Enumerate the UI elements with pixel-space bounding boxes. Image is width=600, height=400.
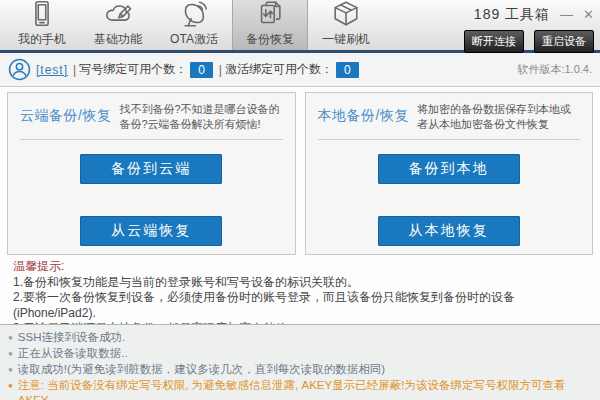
- local-panel-title: 本地备份/恢复: [318, 102, 409, 125]
- backup-to-cloud-button[interactable]: 备份到云端: [80, 154, 222, 184]
- log-entry-info: ●正在从设备读取数据..: [8, 346, 592, 362]
- status-log: ●SSH连接到设备成功.●正在从设备读取数据..●读取成功!(为避免读到脏数据，…: [0, 324, 600, 400]
- divider: [318, 139, 581, 140]
- tip-item: 1.备份和恢复功能是与当前的登录账号和写号设备的标识关联的。: [13, 275, 591, 291]
- tab-my-phone[interactable]: 我的手机: [4, 0, 80, 50]
- log-text: SSH连接到设备成功.: [18, 330, 125, 345]
- titlebar-area: 189 工具箱 — ✕ 断开连接 重启设备: [464, 0, 600, 53]
- bullet-icon: ●: [8, 330, 13, 345]
- user-icon: [8, 58, 31, 81]
- backup-to-local-button[interactable]: 备份到本地: [378, 154, 520, 184]
- flash-cube-icon: [331, 0, 361, 29]
- log-entry-info: ●读取成功!(为避免读到脏数据，建议多读几次，直到每次读取的数据相同): [8, 362, 592, 378]
- tab-backup-restore[interactable]: 备份恢复: [232, 0, 308, 50]
- divider: [20, 139, 283, 140]
- separator: |: [219, 63, 222, 77]
- tab-label: OTA激活: [170, 31, 218, 48]
- bullet-icon: ●: [8, 346, 13, 361]
- bullet-icon: ●: [8, 362, 13, 377]
- backup-restore-icon: [255, 0, 285, 29]
- software-version-label: 软件版本:1.0.4.: [517, 62, 592, 77]
- reboot-device-button[interactable]: 重启设备: [534, 30, 594, 53]
- local-panel-description: 将加密的备份数据保存到本地或者从本地加密备份文件恢复: [417, 102, 580, 132]
- window-title: 189 工具箱: [474, 6, 550, 24]
- minimize-icon[interactable]: —: [560, 9, 573, 21]
- log-text: 正在从设备读取数据..: [18, 346, 128, 361]
- phone-icon: [27, 0, 57, 29]
- restore-from-cloud-button[interactable]: 从云端恢复: [80, 216, 222, 246]
- main-toolbar: 我的手机基础功能OTA激活备份恢复一键刷机 189 工具箱 — ✕ 断开连接 重…: [0, 0, 600, 53]
- cloud-backup-panel: 云端备份/恢复 找不到备份?不知道是哪台设备的备份?云端备份解决所有烦恼! 备份…: [7, 92, 296, 255]
- tip-item: 2.要将一次备份恢复到设备，必须使用备份时的账号登录，而且该备份只能恢复到备份时…: [13, 290, 591, 321]
- cloud-panel-title: 云端备份/恢复: [20, 102, 111, 125]
- main-content: 云端备份/恢复 找不到备份?不知道是哪台设备的备份?云端备份解决所有烦恼! 备份…: [0, 87, 600, 352]
- restore-from-local-button[interactable]: 从本地恢复: [378, 216, 520, 246]
- tab-one-key-flash[interactable]: 一键刷机: [308, 0, 384, 50]
- activate-bind-label: 激活绑定可用个数：: [225, 61, 333, 78]
- separator: |: [73, 63, 76, 77]
- username-link[interactable]: [test]: [36, 63, 68, 77]
- log-text: 读取成功!(为避免读到脏数据，建议多读几次，直到每次读取的数据相同): [18, 362, 385, 377]
- local-backup-panel: 本地备份/恢复 将加密的备份数据保存到本地或者从本地加密备份文件恢复 备份到本地…: [305, 92, 594, 255]
- tab-basic-features[interactable]: 基础功能: [80, 0, 156, 50]
- tab-label: 基础功能: [94, 31, 142, 48]
- log-entry-info: ●SSH连接到设备成功.: [8, 330, 592, 346]
- disconnect-button[interactable]: 断开连接: [464, 30, 524, 53]
- log-text: 注意: 当前设备没有绑定写号权限, 为避免敏感信息泄露, AKEY显示已经屏蔽!…: [18, 378, 592, 400]
- satellite-icon: [179, 0, 209, 29]
- cloud-edit-icon: [103, 0, 133, 29]
- bullet-icon: ●: [8, 378, 13, 393]
- account-bar: [test] | 写号绑定可用个数： 0 | 激活绑定可用个数： 0 软件版本:…: [0, 53, 600, 87]
- tips-title: 温馨提示:: [13, 259, 591, 275]
- tab-label: 一键刷机: [322, 31, 370, 48]
- write-bind-count-badge: 0: [190, 62, 213, 78]
- tab-label: 备份恢复: [246, 31, 294, 48]
- log-entry-warning: ●注意: 当前设备没有绑定写号权限, 为避免敏感信息泄露, AKEY显示已经屏蔽…: [8, 378, 592, 400]
- activate-bind-count-badge: 0: [336, 62, 359, 78]
- close-icon[interactable]: ✕: [583, 9, 594, 21]
- write-bind-label: 写号绑定可用个数：: [79, 61, 187, 78]
- app-window: 我的手机基础功能OTA激活备份恢复一键刷机 189 工具箱 — ✕ 断开连接 重…: [0, 0, 600, 400]
- tab-strip: 我的手机基础功能OTA激活备份恢复一键刷机: [0, 0, 384, 50]
- cloud-panel-description: 找不到备份?不知道是哪台设备的备份?云端备份解决所有烦恼!: [119, 102, 282, 132]
- tab-ota-activate[interactable]: OTA激活: [156, 0, 232, 50]
- tab-label: 我的手机: [18, 31, 66, 48]
